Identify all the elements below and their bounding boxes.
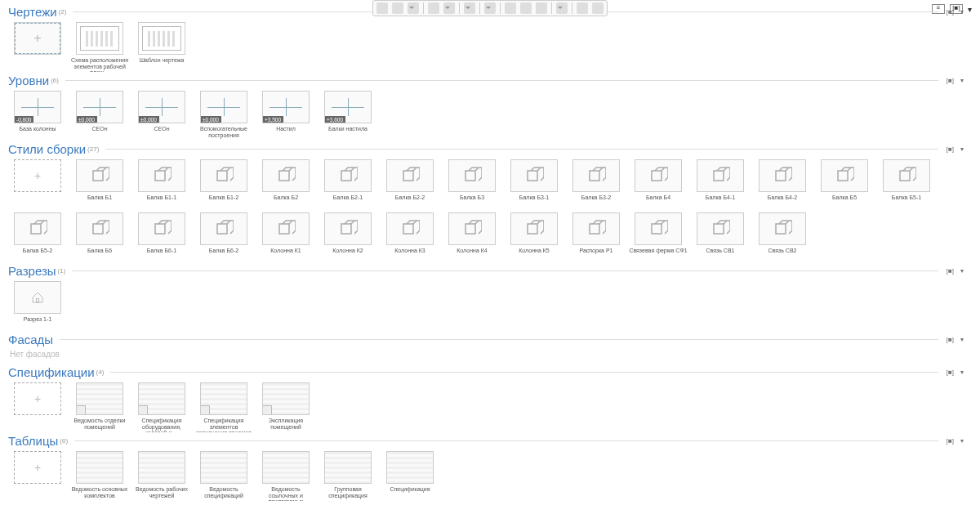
toolbar-icon[interactable] [484,2,496,14]
table-tile[interactable]: Ведомость рабочих чертежей [132,451,191,501]
collapse-icon[interactable]: [■] [947,145,954,153]
assembly-tile[interactable]: Связь СВ1 [691,212,750,262]
menu-caret[interactable]: ▾ [960,437,964,445]
assembly-label: Балка Б6 [70,248,129,262]
assembly-tile[interactable]: Колонна К4 [443,212,501,262]
add-spec-tile[interactable]: + [8,382,67,432]
assembly-tile[interactable]: Балка Б1-2 [194,159,253,209]
assembly-tile[interactable]: Балка Б5 [815,159,874,209]
collapse-icon[interactable]: [■] [947,77,954,84]
add-drawing-tile[interactable]: + [8,22,67,72]
assembly-tile[interactable]: Балка Б6 [70,212,129,262]
spec-tile[interactable]: Спецификация элементов заполнения проемо… [194,382,253,432]
table-tile[interactable]: Групповая спецификация [318,451,377,501]
razrezy-grid: Разрез 1-1 [8,281,964,331]
assembly-tile[interactable]: Колонна К5 [505,212,564,262]
assembly-tile[interactable]: Колонна К3 [381,212,439,262]
toolbar-icon[interactable] [577,2,588,14]
add-table-tile[interactable]: + [8,451,67,501]
dropdown-caret[interactable]: ▾ [968,5,972,14]
assembly-tile[interactable]: Связевая ферма СФ1 [629,212,688,262]
assembly-label: Балка Б2-1 [318,194,377,209]
assembly-thumb [697,212,744,245]
svg-rect-6 [466,171,475,181]
collapse-icon[interactable]: [■] [947,267,954,275]
assembly-tile[interactable]: Балка Б2-1 [318,159,377,209]
assembly-thumb [386,212,434,245]
assembly-tile[interactable]: Связь СВ2 [753,212,812,262]
toolbar-icon[interactable] [556,2,568,14]
assembly-tile[interactable]: Балка Б5-2 [8,212,67,262]
menu-caret[interactable]: ▾ [960,145,964,153]
menu-caret[interactable]: ▾ [960,369,964,376]
toolbar-icon[interactable] [464,2,475,14]
assembly-thumb [635,212,682,245]
assembly-tile[interactable]: Балка Б3-2 [567,159,626,209]
toolbar-icon[interactable] [376,2,388,14]
assembly-thumb [262,212,310,245]
assembly-tile[interactable]: Балка Б1-1 [132,159,191,209]
level-tile[interactable]: ±0,000СЕОн [70,91,129,141]
section-header-levels: Уровни (6) [■]▾ [8,74,964,87]
collapse-icon[interactable]: [■] [947,8,954,16]
spec-tile[interactable]: Экспликация помещений [256,382,315,432]
assembly-tile[interactable]: Балка Б6-2 [194,212,253,262]
toolbar-icon[interactable] [505,2,516,14]
assembly-tile[interactable]: Балка Б2 [256,159,315,209]
assembly-tile[interactable]: Балка Б3 [443,159,501,209]
assembly-tile[interactable]: Балка Б2-2 [381,159,439,209]
svg-rect-14 [31,224,41,234]
table-tile[interactable]: Спецификация [381,451,439,501]
add-assembly-tile[interactable]: + [8,159,67,209]
level-tile[interactable]: ±0,000СЕОн [132,91,191,141]
section-title: Стили сборки [8,142,86,156]
table-tile[interactable]: Ведомость ссылочных и прилагаемых докуме… [256,451,315,501]
assembly-tile[interactable]: Колонна К1 [256,212,315,262]
level-thumb: +3,500 [262,91,310,123]
menu-caret[interactable]: ▾ [960,8,964,16]
drawing-tile[interactable]: Шаблон чертежа [132,22,191,72]
assembly-tile[interactable]: Балка Б4 [629,159,688,209]
assembly-tile[interactable]: Балка Б6-1 [132,212,191,262]
assembly-tile[interactable]: Колонна К2 [318,212,377,262]
svg-rect-4 [341,171,351,181]
table-tile[interactable]: Ведомость спецификаций [194,451,253,501]
level-tile[interactable]: +3,500Настил [256,91,315,141]
assembly-thumb [759,212,806,245]
assembly-tile[interactable]: Балка Б1 [70,159,129,209]
spec-tile[interactable]: Ведомость отделки помещений [70,382,129,432]
section-title: Уровни [8,74,49,87]
level-tile[interactable]: ±0,000Вспомогательные построения [194,91,253,141]
toolbar-icon[interactable] [443,2,455,14]
razrez-tile[interactable]: Разрез 1-1 [8,281,67,331]
toolbar-icon[interactable] [520,2,532,14]
assembly-thumb [572,159,620,192]
toolbar-icon[interactable] [392,2,403,14]
toolbar-icon[interactable] [428,2,439,14]
assembly-thumb [697,159,744,192]
collapse-icon[interactable]: [■] [947,437,954,445]
level-tile[interactable]: +3,600Балки настила [318,91,377,141]
toolbar-icon[interactable] [408,2,419,14]
assembly-tile[interactable]: Распорка Р1 [567,212,626,262]
assembly-tile[interactable]: Балка Б4-2 [753,159,812,209]
assembly-tile[interactable]: Балка Б5-1 [877,159,936,209]
collapse-icon[interactable]: [■] [947,336,954,343]
drawing-label: Схема расположения элементов рабочей пло… [70,57,129,72]
menu-caret[interactable]: ▾ [960,336,964,343]
level-tile[interactable]: -0,800База колонны [8,91,67,141]
assembly-grid: + Балка Б1Балка Б1-1Балка Б1-2Балка Б2Ба… [8,159,964,262]
razrez-label: Разрез 1-1 [8,316,67,331]
menu-caret[interactable]: ▾ [960,267,964,275]
collapse-icon[interactable]: [■] [947,369,954,376]
drawing-tile[interactable]: Схема расположения элементов рабочей пло… [70,22,129,72]
assembly-tile[interactable]: Балка Б4-1 [691,159,750,209]
assembly-label: Балка Б1-2 [194,194,253,209]
spec-tile[interactable]: Спецификация оборудования, изделий и ... [132,382,191,432]
svg-rect-17 [217,224,227,234]
toolbar-icon[interactable] [536,2,547,14]
assembly-tile[interactable]: Балка Б3-1 [505,159,564,209]
menu-caret[interactable]: ▾ [960,77,964,84]
table-tile[interactable]: Ведомость основных комплектов [70,451,129,501]
toolbar-icon[interactable] [592,2,604,14]
